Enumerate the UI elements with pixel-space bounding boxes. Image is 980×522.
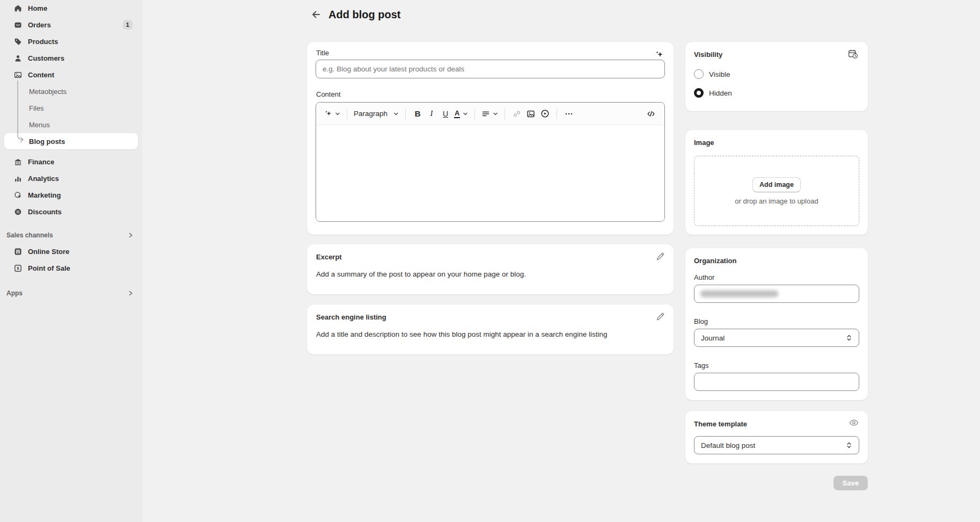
orders-icon: [14, 21, 22, 29]
sidebar-item-content[interactable]: Content: [4, 67, 138, 83]
save-button[interactable]: Save: [833, 476, 868, 490]
sidebar-item-label: Online Store: [28, 248, 69, 256]
paragraph-style-dropdown[interactable]: Paragraph: [352, 106, 400, 121]
code-view-button[interactable]: [644, 106, 658, 121]
sidebar-item-home[interactable]: Home: [4, 0, 138, 16]
sidebar-item-label: Files: [29, 104, 43, 112]
sidebar-item-orders[interactable]: Orders 1: [4, 17, 138, 33]
content-editor-area[interactable]: [316, 125, 664, 221]
more-options-icon: [564, 110, 574, 118]
sidebar-item-point-of-sale[interactable]: $ Point of Sale: [4, 260, 138, 276]
sidebar-item-label: Blog posts: [29, 137, 65, 146]
chevron-down-icon: [335, 111, 340, 117]
radio-unselected[interactable]: [694, 69, 704, 79]
alignment-dropdown[interactable]: [480, 106, 500, 121]
content-icon: [14, 71, 22, 79]
title-label: Title: [316, 49, 329, 57]
sidebar-item-settings[interactable]: Settings: [9, 518, 142, 522]
excerpt-card: Excerpt Add a summary of the post to app…: [307, 244, 674, 294]
section-label: Sales channels: [6, 231, 53, 239]
schedule-visibility-button[interactable]: [845, 46, 860, 61]
image-card: Image Add image or drop an image to uplo…: [685, 130, 868, 235]
radio-label: Hidden: [709, 89, 732, 97]
seo-title: Search engine listing: [316, 313, 664, 321]
code-icon: [646, 110, 656, 118]
theme-template-select[interactable]: Default blog post: [694, 436, 859, 454]
pencil-icon: [655, 251, 666, 262]
italic-button[interactable]: I: [425, 106, 438, 121]
sidebar-item-discounts[interactable]: Discounts: [4, 204, 138, 220]
align-left-icon: [481, 110, 490, 118]
excerpt-title: Excerpt: [316, 253, 664, 261]
select-updown-icon: [845, 441, 853, 450]
italic-glyph: I: [430, 109, 433, 118]
sidebar-item-menus[interactable]: Menus: [4, 117, 138, 133]
tags-field-group: Tags: [694, 361, 859, 391]
title-input[interactable]: [316, 60, 665, 78]
sidebar-section-sales-channels[interactable]: Sales channels: [4, 228, 138, 243]
chevron-right-icon: [127, 290, 134, 296]
products-icon: [14, 38, 22, 46]
ai-sparkle-icon: [324, 110, 332, 118]
sidebar-item-label: Menus: [29, 121, 50, 129]
underline-button[interactable]: U: [438, 106, 452, 121]
content-label: Content: [316, 90, 341, 98]
insert-image-button[interactable]: [524, 106, 538, 121]
image-dropzone[interactable]: Add image or drop an image to upload: [694, 156, 859, 226]
tags-input[interactable]: [694, 373, 859, 391]
underline-glyph: U: [443, 110, 448, 118]
link-icon: [513, 110, 521, 118]
back-arrow-icon: [311, 9, 321, 20]
online-store-icon: [14, 248, 22, 256]
sidebar-item-label: Content: [28, 71, 54, 79]
seo-description: Add a title and description to see how t…: [316, 330, 664, 338]
edit-seo-button[interactable]: [653, 309, 668, 324]
chevron-right-icon: [127, 232, 134, 238]
toolbar-divider: [347, 108, 347, 119]
sidebar-item-files[interactable]: Files: [4, 100, 138, 116]
toolbar-divider: [504, 108, 505, 119]
sidebar-item-finance[interactable]: Finance: [4, 154, 138, 170]
drop-hint-text: or drop an image to upload: [735, 197, 818, 205]
radio-selected[interactable]: [694, 88, 704, 98]
preview-template-button[interactable]: [849, 417, 859, 428]
discounts-icon: [14, 208, 22, 216]
bold-button[interactable]: B: [411, 106, 425, 121]
insert-link-button[interactable]: [510, 106, 524, 121]
sidebar-item-label: Discounts: [28, 208, 62, 216]
sidebar-section-apps[interactable]: Apps: [4, 286, 138, 301]
author-field-group: Author: [694, 273, 859, 303]
toolbar-divider: [474, 108, 475, 119]
more-options-button[interactable]: [562, 106, 576, 121]
visibility-title: Visibility: [694, 50, 859, 59]
sidebar-item-products[interactable]: Products: [4, 33, 138, 49]
play-circle-icon: [540, 109, 550, 118]
add-image-button[interactable]: Add image: [752, 177, 801, 192]
sidebar: Home Orders 1 Products Customers C: [0, 0, 142, 522]
sidebar-item-label: Products: [28, 38, 58, 46]
toolbar-divider: [405, 108, 406, 119]
sidebar-item-customers[interactable]: Customers: [4, 50, 138, 66]
chevron-down-icon: [493, 111, 498, 117]
sidebar-item-online-store[interactable]: Online Store: [4, 243, 138, 259]
sidebar-item-label: Customers: [28, 54, 64, 62]
sidebar-item-marketing[interactable]: Marketing: [4, 187, 138, 203]
blog-select[interactable]: Journal: [694, 329, 859, 347]
excerpt-description: Add a summary of the post to appear on y…: [316, 270, 664, 278]
ai-assist-button[interactable]: [323, 106, 342, 121]
chevron-down-icon: [393, 111, 399, 117]
visibility-option-hidden[interactable]: Hidden: [694, 88, 859, 98]
visibility-option-visible[interactable]: Visible: [694, 69, 859, 79]
edit-excerpt-button[interactable]: [653, 249, 668, 264]
chevron-down-icon: [463, 111, 468, 117]
blog-label: Blog: [694, 317, 859, 325]
sidebar-item-blog-posts[interactable]: Blog posts: [4, 133, 138, 149]
eye-icon: [849, 417, 859, 428]
insert-video-button[interactable]: [538, 106, 552, 121]
back-button[interactable]: [309, 7, 324, 22]
sidebar-item-analytics[interactable]: Analytics: [4, 170, 138, 186]
text-color-dropdown[interactable]: A: [452, 106, 470, 121]
rich-text-editor: Paragraph B I U A: [316, 102, 665, 222]
sidebar-item-metaobjects[interactable]: Metaobjects: [4, 83, 138, 99]
sidebar-item-label: Analytics: [28, 175, 59, 183]
